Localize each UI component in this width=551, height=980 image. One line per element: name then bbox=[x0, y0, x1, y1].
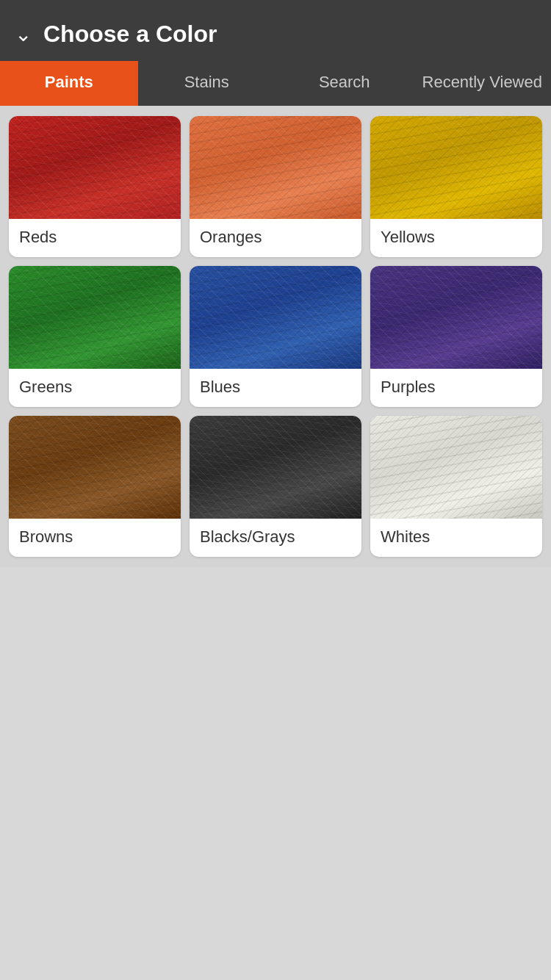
color-card-blues[interactable]: Blues bbox=[190, 266, 361, 407]
color-label-oranges: Oranges bbox=[190, 219, 361, 257]
color-swatch-reds bbox=[9, 116, 181, 219]
swatch-texture-browns bbox=[9, 416, 181, 519]
back-chevron-icon[interactable]: ⌄ bbox=[15, 24, 32, 45]
color-label-purples: Purples bbox=[370, 369, 542, 407]
tab-stains[interactable]: Stains bbox=[138, 61, 276, 106]
tab-paints[interactable]: Paints bbox=[0, 61, 138, 106]
color-card-browns[interactable]: Browns bbox=[9, 416, 181, 557]
color-card-reds[interactable]: Reds bbox=[9, 116, 181, 257]
color-swatch-yellows bbox=[370, 116, 542, 219]
swatch-texture-blues bbox=[190, 266, 361, 369]
color-swatch-purples bbox=[370, 266, 542, 369]
tab-search[interactable]: Search bbox=[276, 61, 414, 106]
color-card-whites[interactable]: Whites bbox=[370, 416, 542, 557]
color-card-yellows[interactable]: Yellows bbox=[370, 116, 542, 257]
color-card-blacks-grays[interactable]: Blacks/Grays bbox=[190, 416, 361, 557]
swatch-texture-greens bbox=[9, 266, 181, 369]
color-swatch-oranges bbox=[190, 116, 361, 219]
color-label-blues: Blues bbox=[190, 369, 361, 407]
color-label-browns: Browns bbox=[9, 519, 181, 557]
color-card-oranges[interactable]: Oranges bbox=[190, 116, 361, 257]
color-label-reds: Reds bbox=[9, 219, 181, 257]
color-card-purples[interactable]: Purples bbox=[370, 266, 542, 407]
color-label-yellows: Yellows bbox=[370, 219, 542, 257]
swatch-texture-yellows bbox=[370, 116, 542, 219]
page-title: Choose a Color bbox=[43, 21, 217, 48]
color-label-greens: Greens bbox=[9, 369, 181, 407]
swatch-texture-purples bbox=[370, 266, 542, 369]
tab-bar: Paints Stains Search Recently Viewed bbox=[0, 61, 551, 106]
color-label-blacks-grays: Blacks/Grays bbox=[190, 519, 361, 557]
color-label-whites: Whites bbox=[370, 519, 542, 557]
color-swatch-greens bbox=[9, 266, 181, 369]
header: ⌄ Choose a Color bbox=[0, 0, 551, 61]
swatch-texture-reds bbox=[9, 116, 181, 219]
color-swatch-blues bbox=[190, 266, 361, 369]
swatch-texture-oranges bbox=[190, 116, 361, 219]
swatch-texture-blacks-grays bbox=[190, 416, 361, 519]
tab-recently-viewed[interactable]: Recently Viewed bbox=[414, 61, 552, 106]
color-swatch-blacks-grays bbox=[190, 416, 361, 519]
swatch-texture-whites bbox=[370, 416, 542, 519]
color-grid: RedsOrangesYellowsGreensBluesPurplesBrow… bbox=[0, 106, 551, 567]
color-card-greens[interactable]: Greens bbox=[9, 266, 181, 407]
color-swatch-browns bbox=[9, 416, 181, 519]
color-swatch-whites bbox=[370, 416, 542, 519]
